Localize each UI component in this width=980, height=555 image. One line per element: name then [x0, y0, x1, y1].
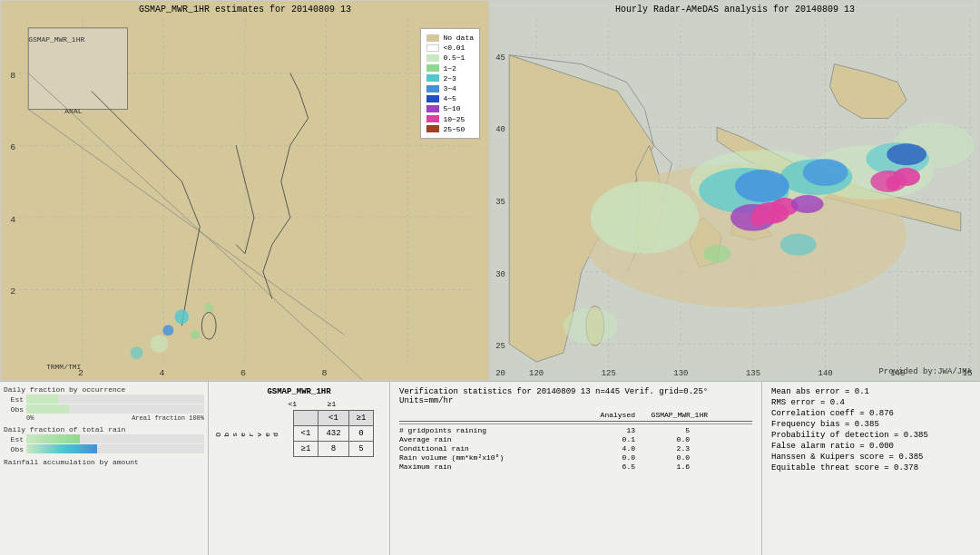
- legend-color-3-4: [426, 85, 439, 92]
- svg-point-79: [750, 212, 765, 227]
- confusion-matrix-section: GSMAP_MWR_1HR <1 ≥1 Observed <1 ≥1 <: [209, 382, 390, 555]
- matrix-cell-5: 5: [348, 442, 374, 457]
- svg-text:120: 120: [529, 369, 544, 378]
- stat-val-gsmap-3: 0.0: [635, 453, 690, 462]
- left-map-panel: GSMAP_MWR_1HR estimates for 20140809 13: [0, 0, 490, 381]
- obs-occ-row: Obs: [4, 404, 204, 414]
- svg-point-27: [162, 325, 173, 336]
- stat-val-gsmap-2: 2.3: [635, 444, 690, 453]
- obs-occ-bar-container: [26, 404, 204, 414]
- rms-error: RMS error = 0.4: [771, 398, 971, 407]
- stats-row-1: Average rain 0.1 0.0: [399, 435, 752, 443]
- matrix-cell-8: 8: [318, 442, 348, 457]
- stat-metric-2: Conditional rain: [399, 444, 581, 453]
- stat-val-analysed-3: 0.0: [581, 453, 635, 462]
- svg-point-31: [204, 303, 213, 312]
- legend-color-1-2: [426, 64, 439, 72]
- matrix-cell-432: 432: [318, 426, 348, 442]
- correlation-coeff: Correlation coeff = 0.876: [771, 409, 971, 418]
- svg-point-82: [780, 234, 817, 256]
- legend-item-05-1: 0.5~1: [426, 53, 474, 63]
- matrix-header-row: <1 ≥1: [293, 411, 374, 426]
- est-label-rain: Est: [4, 435, 24, 443]
- matrix-col-lt1-header: <1: [318, 411, 348, 426]
- svg-text:2: 2: [10, 287, 15, 297]
- svg-text:45: 45: [495, 54, 505, 63]
- main-container: GSMAP_MWR_1HR estimates for 20140809 13: [0, 0, 980, 555]
- svg-point-24: [201, 312, 216, 339]
- obs-occ-bar: [26, 404, 69, 414]
- svg-text:30: 30: [495, 270, 505, 279]
- stats-analysed-header: Analysed: [581, 411, 635, 419]
- bottom-row: Daily fraction by occurrence Est Obs 0% …: [0, 381, 980, 555]
- svg-text:25: 25: [495, 342, 505, 351]
- svg-point-62: [591, 181, 699, 254]
- stat-val-gsmap-0: 5: [635, 426, 690, 434]
- svg-text:35: 35: [495, 198, 505, 207]
- svg-text:130: 130: [673, 369, 688, 378]
- accum-title: Rainfall accumulation by amount: [4, 458, 204, 466]
- svg-text:TRMM/TMI: TRMM/TMI: [46, 363, 81, 371]
- provided-by: Provided by:JWA/JMA: [878, 367, 972, 376]
- verification-stats: Verification statistics for 20140809 13 …: [390, 382, 762, 555]
- stat-val-analysed-0: 13: [581, 426, 635, 434]
- est-rain-bar: [26, 434, 80, 443]
- stats-gsmap-header: GSMAP_MWR_1HR: [635, 411, 708, 419]
- obs-label-rain: Obs: [4, 445, 24, 453]
- svg-point-83: [703, 245, 730, 263]
- stats-row-4: Maximum rain 6.5 1.6: [399, 462, 752, 471]
- occ-axis-labels: 0% Areal fraction 100%: [4, 414, 204, 422]
- rain-chart-section: Daily fraction of total rain Est Obs: [4, 425, 204, 454]
- stat-val-gsmap-1: 0.0: [635, 435, 690, 443]
- est-label-occ: Est: [4, 395, 24, 404]
- obs-rain-bar-container: [26, 444, 204, 453]
- stats-header: Analysed GSMAP_MWR_1HR: [399, 411, 752, 422]
- svg-text:4: 4: [159, 368, 164, 378]
- svg-text:4: 4: [10, 215, 15, 225]
- legend-color-4-5: [426, 95, 439, 102]
- legend-color-05-1: [426, 54, 439, 62]
- svg-text:135: 135: [746, 369, 760, 378]
- stats-title: Verification statistics for 20140809 13 …: [399, 387, 752, 405]
- obs-rain-bar: [26, 444, 97, 453]
- equitable-threat: Equitable threat score = 0.378: [771, 463, 971, 472]
- hanssen-kuipers: Hanssen & Kuipers score = 0.385: [771, 453, 971, 462]
- svg-point-76: [791, 195, 824, 213]
- svg-text:6: 6: [10, 142, 15, 152]
- legend-item-25-50: 25~50: [426, 124, 474, 134]
- legend-item-4-5: 4~5: [426, 93, 474, 103]
- svg-point-72: [887, 143, 926, 165]
- stat-metric-1: Average rain: [399, 435, 581, 443]
- est-occ-bar-container: [26, 394, 204, 404]
- svg-point-29: [151, 335, 169, 353]
- freq-bias: Frequency bias = 0.385: [771, 420, 971, 429]
- left-map-title: GSMAP_MWR_1HR estimates for 20140809 13: [139, 5, 351, 15]
- right-map-panel: Hourly Radar-AMeDAS analysis for 2014080…: [490, 0, 980, 381]
- stat-val-gsmap-4: 1.6: [635, 462, 690, 471]
- stat-val-analysed-4: 6.5: [581, 462, 635, 471]
- legend-color-5-10: [426, 105, 439, 112]
- matrix-title: GSMAP_MWR_1HR: [214, 387, 384, 396]
- stats-row-2: Conditional rain 4.0 2.3: [399, 444, 752, 453]
- svg-point-30: [131, 346, 143, 359]
- svg-text:GSMAP_MWR_1HR: GSMAP_MWR_1HR: [28, 35, 84, 44]
- svg-point-66: [564, 307, 618, 344]
- obs-label-occ: Obs: [4, 405, 24, 414]
- est-rain-row: Est: [4, 434, 204, 443]
- top-row: GSMAP_MWR_1HR estimates for 20140809 13: [0, 0, 980, 381]
- prob-detection: Probability of detection = 0.385: [771, 431, 971, 440]
- svg-point-28: [191, 330, 200, 339]
- svg-text:8: 8: [10, 71, 15, 81]
- legend-item-5-10: 5~10: [426, 103, 474, 113]
- bottom-left-charts: Daily fraction by occurrence Est Obs 0% …: [0, 382, 209, 555]
- est-rain-bar-container: [26, 434, 204, 443]
- right-map-svg: 45 40 35 30 25 20 120 125 130 135 140 14…: [491, 1, 979, 380]
- right-map-title: Hourly Radar-AMeDAS analysis for 2014080…: [615, 5, 855, 15]
- legend-color-nodata: [426, 34, 439, 42]
- legend-item-10-25: 10~25: [426, 114, 474, 124]
- matrix-row-ge1: ≥1 8 5: [293, 442, 374, 457]
- stats-row-3: Rain volume (mm*km²x10⁶) 0.0 0.0: [399, 453, 752, 462]
- svg-point-80: [769, 209, 782, 222]
- error-stats-section: Mean abs error = 0.1 RMS error = 0.4 Cor…: [762, 382, 980, 555]
- stat-metric-0: # gridpoints raining: [399, 426, 581, 434]
